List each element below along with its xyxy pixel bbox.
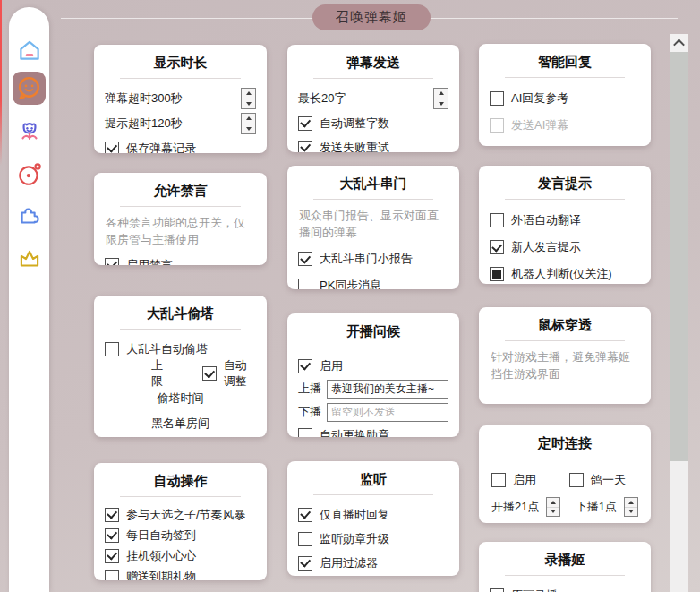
checkbox[interactable] [105,549,119,563]
sidebar-item-record[interactable] [16,161,43,188]
checkbox[interactable] [490,213,504,227]
stream-start-field-row: 上播 [298,377,448,400]
limit-label: 上限 [151,357,170,390]
checkbox[interactable] [298,359,312,373]
enable-mute-checkbox-row[interactable]: 启用禁言 [105,253,256,265]
spinner-down-button[interactable] [242,99,255,109]
bot-detect-checkbox-row[interactable]: 机器人判断(仅关注) [490,261,640,284]
card-title: 智能回复 [505,54,625,78]
checkbox[interactable] [105,142,119,154]
stream-end-field-row: 下播 [298,400,448,424]
checkbox[interactable] [298,279,312,289]
summon-danmaku-button[interactable]: 召唤弹幕姬 [312,4,431,30]
ai-reply-ref-checkbox-row[interactable]: AI回复参考 [490,85,640,112]
auto-translate-checkbox-row[interactable]: 外语自动翻译 [490,207,640,234]
scroll-up-button[interactable] [670,34,688,52]
card-title: 鼠标穿透 [505,317,625,341]
card-tower-steal: 大乱斗偷塔 大乱斗自动偷塔 上限 自动调整 偷塔时间 黑名单房间 [94,296,267,437]
spinner-up-button[interactable] [547,498,559,508]
card-allow-mute: 允许禁言 各种禁言功能的总开关，仅限房管与主播使用 启用禁言 [94,173,267,265]
lottery-storm-checkbox-row[interactable]: 参与天选之子/节奏风暴 [105,504,256,525]
card-recorder: 录播姬 原画录播 [479,542,651,592]
checkbox[interactable] [298,508,312,522]
card-title: 大乱斗偷塔 [120,305,241,330]
card-title: 录播姬 [505,552,625,576]
checkbox[interactable] [490,240,504,254]
scroll-thumb[interactable] [670,52,688,461]
scroll-track[interactable] [670,52,688,592]
reply-only-live-checkbox-row[interactable]: 仅直播时回复 [298,502,448,527]
steal-time-link[interactable]: 偷塔时间 [105,386,256,411]
scrollbar[interactable] [670,34,688,592]
skip-day-checkbox-row[interactable]: 鸽一天 [569,472,626,488]
card-auto-operations: 自动操作 参与天选之子/节奏风暴 每日自动签到 挂机领小心心 赠送到期礼物 [94,463,267,580]
checkbox[interactable] [298,556,312,571]
checkbox[interactable] [105,508,119,522]
idle-hearts-checkbox-row[interactable]: 挂机领小心心 [105,545,256,566]
spinner-down-button[interactable] [242,124,255,134]
home-icon [16,37,43,64]
danmaku-timeout-row: 弹幕超时300秒 [105,86,256,111]
retry-on-fail-checkbox-row[interactable]: 发送失败重试 [298,135,448,152]
stream-start-input[interactable] [327,380,448,399]
max-length-row: 最长20字 [298,86,448,111]
danmaku-timeout-stepper[interactable] [241,88,256,109]
sidebar-item-plugin[interactable] [16,203,43,230]
start-hour-stepper[interactable] [546,497,560,517]
card-battle-visit: 大乱斗串门 观众串门报告、显示对面直播间的弹幕 大乱斗串门小报告 PK同步消息 [287,166,459,289]
tip-timeout-label: 提示超时120秒 [105,116,183,132]
card-title: 定时连接 [505,435,625,459]
timer-enable-checkbox-row[interactable]: 启用 [491,472,536,488]
puzzle-icon [16,203,43,230]
spinner-down-button[interactable] [625,508,637,517]
auto-adjust-length-checkbox-row[interactable]: 自动调整字数 [298,111,448,135]
spinner-down-button[interactable] [434,99,448,109]
medal-upgrade-checkbox-row[interactable]: 监听勋章升级 [298,527,448,551]
checkbox[interactable] [298,141,312,153]
checkbox[interactable] [298,252,312,266]
blacklist-room-link[interactable]: 黑名单房间 [105,411,256,436]
auto-adjust-checkbox-row[interactable]: 自动调整 [202,357,256,390]
spinner-up-button[interactable] [434,89,448,99]
checkbox[interactable] [298,116,312,131]
spinner-up-button[interactable] [625,498,637,508]
sidebar-item-danmaku-selected[interactable] [13,72,46,105]
checkbox[interactable] [298,532,312,546]
checkbox[interactable] [298,428,312,438]
end-hour-stepper[interactable] [624,497,638,517]
save-danmaku-log-checkbox-row[interactable]: 保存弹幕记录 [105,136,256,153]
daily-signin-checkbox-row[interactable]: 每日自动签到 [105,525,256,545]
checkbox [490,118,504,133]
checkbox[interactable] [105,342,119,356]
gift-expiring-checkbox-row[interactable]: 赠送到期礼物 [105,566,256,580]
checkbox[interactable] [490,588,504,592]
checkbox[interactable] [491,473,506,487]
tip-timeout-stepper[interactable] [241,113,256,134]
checkbox[interactable] [105,528,119,543]
card-danmaku-send: 弹幕发送 最长20字 自动调整字数 发送失败重试 [287,45,459,152]
card-smart-reply: 智能回复 AI回复参考 发送AI弹幕 [479,44,651,146]
checkbox[interactable] [490,267,504,281]
auto-change-medal-checkbox-row[interactable]: 自动更换勋章 [298,424,448,437]
pk-sync-checkbox-row[interactable]: PK同步消息 [298,272,448,289]
checkbox[interactable] [105,570,119,581]
sidebar-item-home[interactable] [16,37,43,64]
max-length-stepper[interactable] [433,88,448,109]
newcomer-tip-checkbox-row[interactable]: 新人发言提示 [490,234,640,261]
spinner-up-button[interactable] [242,89,255,99]
card-title: 开播问候 [313,323,433,347]
enable-greeting-checkbox-row[interactable]: 启用 [298,355,448,377]
stream-end-input[interactable] [327,403,448,422]
checkbox[interactable] [490,91,504,106]
checkbox[interactable] [105,258,119,266]
spinner-up-button[interactable] [242,114,255,124]
checkbox[interactable] [202,366,217,381]
sidebar-item-flower[interactable] [16,120,43,147]
card-display-duration: 显示时长 弹幕超时300秒 提示超时120秒 保存弹幕记录 [94,45,267,153]
spinner-down-button[interactable] [547,508,559,517]
enable-filter-checkbox-row[interactable]: 启用过滤器 [298,551,448,575]
sidebar-item-vip[interactable] [16,245,43,272]
visit-report-checkbox-row[interactable]: 大乱斗串门小报告 [298,245,448,272]
original-quality-record-checkbox-row[interactable]: 原画录播 [490,583,640,592]
checkbox[interactable] [569,473,584,487]
